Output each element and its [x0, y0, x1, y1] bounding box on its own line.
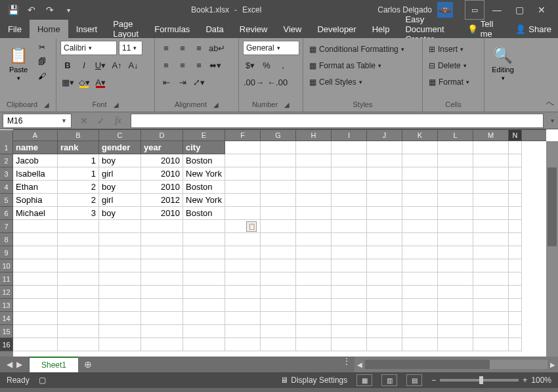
cell[interactable] — [367, 207, 402, 220]
font-name-combo[interactable]: Calibri▾ — [60, 41, 117, 55]
cell[interactable] — [296, 338, 332, 351]
cell[interactable] — [296, 167, 332, 181]
cell[interactable] — [296, 181, 332, 194]
row-header-2[interactable]: 2 — [0, 154, 13, 167]
cell[interactable] — [367, 167, 402, 181]
cell[interactable]: boy — [99, 154, 141, 167]
cell[interactable] — [438, 181, 473, 194]
cell[interactable] — [225, 246, 261, 259]
ribbon-tab-review[interactable]: Review — [232, 20, 276, 38]
cell[interactable] — [99, 338, 141, 351]
cell[interactable] — [141, 312, 183, 325]
column-header-N[interactable]: N — [509, 130, 522, 141]
cell[interactable] — [473, 220, 509, 233]
cell[interactable] — [261, 286, 296, 299]
fill-color-icon[interactable]: ◇▾ — [77, 75, 91, 89]
cell[interactable] — [367, 286, 402, 299]
cell[interactable] — [99, 233, 141, 246]
column-header-J[interactable]: J — [367, 130, 402, 141]
cell[interactable] — [183, 233, 225, 246]
cell[interactable]: boy — [99, 207, 141, 220]
cell[interactable] — [509, 286, 522, 299]
cell[interactable] — [99, 220, 141, 233]
grid[interactable]: namerankgenderyearcityJacob1boy2010Bosto… — [13, 141, 546, 357]
cell[interactable] — [141, 259, 183, 272]
dialog-launcher-icon[interactable]: ◢ — [114, 101, 119, 108]
ribbon-tab-page-layout[interactable]: Page Layout — [105, 20, 146, 38]
cell[interactable] — [183, 220, 225, 233]
cell[interactable] — [13, 286, 58, 299]
close-icon[interactable]: ✕ — [532, 0, 551, 20]
cell[interactable] — [402, 207, 438, 220]
cell[interactable] — [367, 312, 402, 325]
ribbon-tab-insert[interactable]: Insert — [68, 20, 106, 38]
select-all-triangle[interactable] — [0, 130, 13, 142]
cut-icon[interactable]: ✂ — [35, 41, 49, 54]
column-header-F[interactable]: F — [225, 130, 261, 141]
cell[interactable] — [509, 312, 522, 325]
cell[interactable] — [509, 194, 522, 207]
cell[interactable] — [141, 272, 183, 286]
cell[interactable] — [58, 299, 99, 312]
cell[interactable] — [332, 141, 367, 154]
cell[interactable] — [261, 272, 296, 286]
cell[interactable] — [225, 207, 261, 220]
qat-customize-icon[interactable]: ▾ — [62, 3, 75, 16]
cell[interactable] — [438, 246, 473, 259]
delete-cells-button[interactable]: ⊟Delete▾ — [427, 58, 469, 73]
row-header-16[interactable]: 16 — [0, 338, 13, 351]
cell[interactable] — [58, 325, 99, 338]
cell[interactable]: Isabella — [13, 167, 58, 181]
cell[interactable] — [58, 286, 99, 299]
cell[interactable] — [332, 181, 367, 194]
cell[interactable] — [509, 325, 522, 338]
increase-font-icon[interactable]: A↑ — [110, 58, 124, 72]
ribbon-tab-easy-document-creator[interactable]: Easy Document Creator — [397, 20, 460, 38]
ribbon-tab-file[interactable]: File — [0, 20, 30, 38]
cell[interactable] — [367, 181, 402, 194]
column-header-G[interactable]: G — [261, 130, 296, 141]
cell[interactable]: Boston — [183, 207, 225, 220]
cell[interactable] — [261, 154, 296, 167]
cell[interactable] — [58, 338, 99, 351]
cell[interactable] — [367, 154, 402, 167]
cell[interactable] — [332, 207, 367, 220]
font-size-combo[interactable]: 11▾ — [119, 41, 142, 55]
cell[interactable] — [183, 312, 225, 325]
decrease-font-icon[interactable]: A↓ — [126, 58, 140, 72]
conditional-formatting-button[interactable]: ▦Conditional Formatting▾ — [307, 42, 406, 56]
cell[interactable] — [332, 338, 367, 351]
add-sheet-button[interactable]: ⊕ — [78, 357, 98, 372]
increase-indent-icon[interactable]: ⇥ — [175, 75, 190, 89]
cell[interactable] — [261, 338, 296, 351]
cell[interactable] — [473, 286, 509, 299]
cell[interactable] — [367, 194, 402, 207]
expand-formula-bar-icon[interactable]: ▾ — [546, 117, 558, 124]
format-cells-button[interactable]: ▦Format▾ — [427, 75, 471, 89]
cell[interactable]: Boston — [183, 181, 225, 194]
bold-button[interactable]: B — [60, 58, 75, 72]
cell[interactable] — [225, 325, 261, 338]
cell[interactable] — [473, 299, 509, 312]
row-header-12[interactable]: 12 — [0, 286, 13, 299]
ribbon-tab-developer[interactable]: Developer — [309, 20, 364, 38]
cell[interactable] — [509, 299, 522, 312]
zoom-out-icon[interactable]: − — [431, 376, 436, 385]
cell[interactable] — [473, 167, 509, 181]
cell[interactable]: name — [13, 141, 58, 154]
cell[interactable] — [141, 325, 183, 338]
cell[interactable]: rank — [58, 141, 99, 154]
italic-button[interactable]: I — [77, 58, 91, 72]
cell[interactable] — [402, 272, 438, 286]
cell[interactable]: 2010 — [141, 207, 183, 220]
cell[interactable] — [402, 299, 438, 312]
editing-button[interactable]: 🔍 Editing ▾ — [488, 41, 517, 87]
cell[interactable] — [438, 338, 473, 351]
cell[interactable]: city — [183, 141, 225, 154]
align-top-icon[interactable]: ≡ — [159, 41, 173, 55]
cell[interactable] — [296, 286, 332, 299]
cell[interactable] — [296, 312, 332, 325]
cell[interactable] — [99, 312, 141, 325]
cell[interactable] — [141, 338, 183, 351]
merge-center-icon[interactable]: ⬌▾ — [208, 58, 223, 72]
